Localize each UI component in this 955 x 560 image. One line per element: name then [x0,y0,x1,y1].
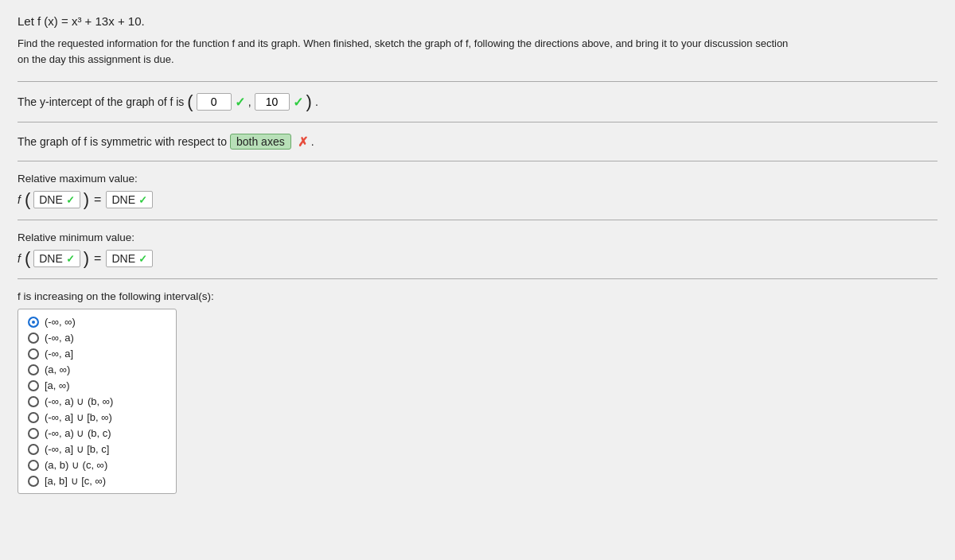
radio-label: (-∞, a) ∪ (b, c) [45,427,111,439]
radio-label: (-∞, a) [45,332,74,344]
increasing-label: f is increasing on the following interva… [18,290,937,302]
yintercept-y-input[interactable] [255,93,290,111]
radio-circle [28,332,39,344]
increasing-option[interactable]: (a, ∞) [28,364,166,375]
equals-min: = [92,251,103,266]
yintercept-label: The y-intercept of the graph of f is [18,95,184,108]
radio-circle [28,476,39,487]
yintercept-x-input[interactable] [197,93,232,111]
symmetry-incorrect-icon: ✗ [298,134,308,150]
increasing-option[interactable]: (-∞, a) ∪ (b, c) [28,427,166,439]
relative-max-section: Relative maximum value: f ( DNE ✓ ) = DN… [18,161,937,216]
radio-label: (-∞, a] ∪ [b, c] [45,443,109,455]
increasing-option[interactable]: [a, b] ∪ [c, ∞) [28,475,166,487]
increasing-option[interactable]: (-∞, a] ∪ [b, ∞) [28,411,166,423]
yintercept-y-check: ✓ [293,95,303,110]
increasing-option[interactable]: (-∞, ∞) [28,316,166,328]
equals-max: = [92,192,103,207]
symmetry-section: The graph of f is symmetric with respect… [18,122,937,158]
radio-circle [28,364,39,375]
relative-max-y-dropdown[interactable]: DNE ✓ [106,191,153,208]
radio-label: (-∞, a] ∪ [b, ∞) [45,411,112,423]
radio-circle [28,396,39,407]
relative-max-x-dropdown[interactable]: DNE ✓ [33,191,80,208]
radio-label: (-∞, ∞) [45,316,76,328]
increasing-option[interactable]: (-∞, a) [28,332,166,344]
open-paren-max: ( [25,191,30,208]
radio-circle [28,380,39,391]
radio-label: (-∞, a) ∪ (b, ∞) [45,395,113,407]
relative-min-y-dropdown[interactable]: DNE ✓ [106,250,153,267]
yintercept-section: The y-intercept of the graph of f is ( ✓… [18,81,937,119]
radio-label: [a, b] ∪ [c, ∞) [45,475,106,487]
radio-label: (a, b) ∪ (c, ∞) [45,459,107,471]
increasing-radio-group: (-∞, ∞)(-∞, a)(-∞, a](a, ∞)[a, ∞)(-∞, a)… [18,309,177,494]
radio-circle [28,460,39,471]
open-paren: ( [187,93,193,111]
radio-label: [a, ∞) [45,379,70,391]
close-paren: ) [306,93,312,111]
increasing-option[interactable]: (-∞, a] [28,348,166,360]
open-paren-min: ( [25,250,30,267]
relative-min-x-dropdown[interactable]: DNE ✓ [33,250,80,267]
increasing-option[interactable]: (-∞, a] ∪ [b, c] [28,443,166,455]
increasing-option[interactable]: (a, b) ∪ (c, ∞) [28,459,166,471]
radio-label: (-∞, a] [45,348,73,360]
close-paren-max: ) [84,191,89,208]
radio-circle [28,412,39,423]
radio-circle [28,444,39,455]
symmetry-period: . [311,135,314,148]
yintercept-x-check: ✓ [235,95,245,110]
relative-min-section: Relative minimum value: f ( DNE ✓ ) = DN… [18,220,937,275]
radio-circle [28,428,39,439]
increasing-section: f is increasing on the following interva… [18,278,937,502]
relative-max-label: Relative maximum value: [18,173,937,185]
description: Find the requested information for the f… [18,36,797,67]
title: Let f (x) = x³ + 13x + 10. [18,14,937,28]
radio-label: (a, ∞) [45,364,70,375]
comma: , [248,95,251,108]
symmetry-label: The graph of f is symmetric with respect… [18,135,227,148]
close-paren-min: ) [84,250,89,267]
relative-min-label: Relative minimum value: [18,231,937,243]
increasing-option[interactable]: (-∞, a) ∪ (b, ∞) [28,395,166,407]
period: . [315,95,318,108]
symmetry-answer[interactable]: both axes [230,134,291,150]
increasing-option[interactable]: [a, ∞) [28,379,166,391]
radio-circle [28,348,39,360]
radio-circle [28,317,39,328]
f-label-max: f [18,193,21,206]
f-label-min: f [18,252,21,265]
